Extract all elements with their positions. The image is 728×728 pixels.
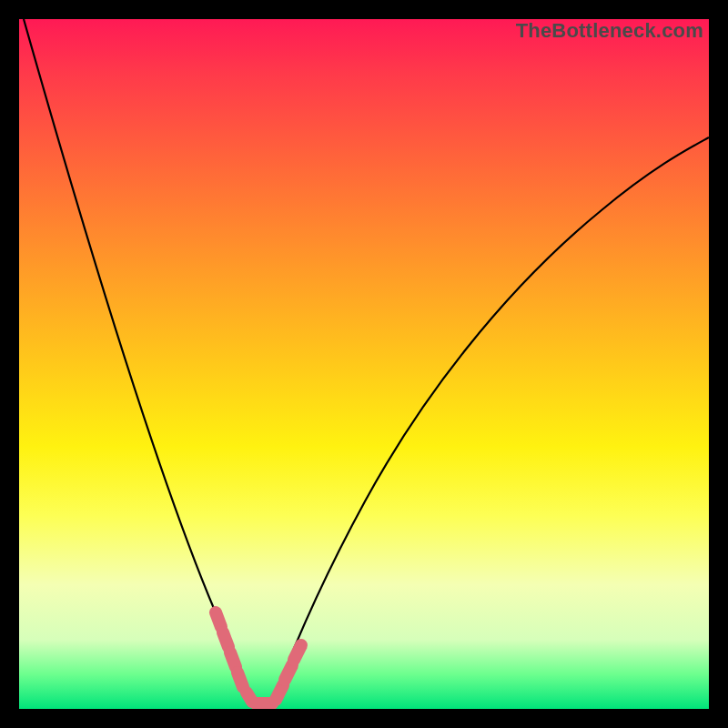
chart-plot-area: TheBottleneck.com [19, 19, 709, 709]
svg-line-2 [230, 652, 236, 667]
chart-svg [19, 19, 709, 709]
svg-line-6 [276, 685, 283, 700]
highlight-markers [216, 612, 301, 703]
svg-line-0 [216, 612, 221, 627]
svg-line-3 [238, 672, 243, 687]
svg-line-8 [294, 645, 301, 660]
svg-line-1 [223, 632, 228, 647]
svg-line-7 [285, 665, 292, 680]
bottleneck-curve-path [24, 19, 709, 703]
